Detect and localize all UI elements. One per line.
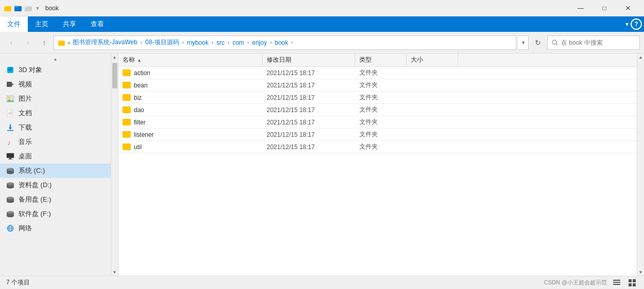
- file-scroll-up[interactable]: ▲: [637, 53, 645, 61]
- path-seg-7[interactable]: book: [275, 39, 288, 46]
- path-seg-6[interactable]: enjoy: [252, 39, 267, 46]
- sidebar-item-network[interactable]: 网络: [0, 221, 111, 236]
- title-folder-icon-3: [25, 4, 33, 12]
- up-button[interactable]: ↑: [37, 35, 51, 50]
- sidebar-scrollbar[interactable]: ▲ ▼: [111, 53, 118, 276]
- forward-button[interactable]: ›: [21, 35, 35, 50]
- file-area: 名称 ▲ 修改日期 类型 大小 action 2021/12/15 18:17 …: [118, 53, 637, 276]
- folder-icon: [123, 82, 131, 88]
- file-cell-date: 2021/12/15 18:17: [263, 131, 355, 138]
- svg-point-31: [7, 168, 14, 171]
- path-seg-1[interactable]: 图书管理系统-JavaWeb: [73, 38, 137, 47]
- sidebar-label-3d: 3D 对象: [19, 65, 42, 75]
- svg-rect-32: [8, 171, 10, 172]
- path-seg-3[interactable]: mybook: [187, 39, 208, 46]
- col-header-type[interactable]: 类型: [355, 53, 407, 66]
- col-header-date[interactable]: 修改日期: [263, 53, 355, 66]
- search-input[interactable]: [561, 39, 635, 46]
- sidebar-item-desktop[interactable]: 桌面: [0, 149, 111, 164]
- video-icon: [6, 80, 14, 88]
- address-bar: ‹ › ↑ « 图书管理系统-JavaWeb › 08-项目源码 › myboo…: [0, 32, 644, 53]
- sidebar-item-3d[interactable]: 3D 对象: [0, 63, 111, 77]
- menu-view[interactable]: 查看: [83, 16, 111, 32]
- file-area-scrollbar[interactable]: ▲ ▼: [637, 53, 644, 276]
- sidebar-item-pictures[interactable]: 图片: [0, 92, 111, 106]
- minimize-button[interactable]: —: [569, 0, 593, 16]
- sidebar-scroll-down[interactable]: ▼: [111, 268, 118, 276]
- file-cell-date: 2021/12/15 18:17: [263, 82, 355, 89]
- network-icon: [6, 224, 14, 232]
- file-cell-type: 文件夹: [355, 68, 407, 77]
- table-row[interactable]: listener 2021/12/15 18:17 文件夹: [118, 129, 637, 141]
- file-cell-type: 文件夹: [355, 105, 407, 114]
- menu-home[interactable]: 主页: [28, 16, 56, 32]
- svg-rect-7: [58, 40, 61, 42]
- title-controls[interactable]: — □ ✕: [569, 0, 640, 16]
- folder-icon: [123, 94, 131, 101]
- sidebar-label-pictures: 图片: [19, 94, 32, 103]
- svg-point-8: [552, 40, 556, 44]
- path-seg-2[interactable]: 08-项目源码: [145, 38, 179, 47]
- title-bar-icons: ▾: [4, 4, 40, 12]
- menu-file[interactable]: 文件: [0, 16, 28, 32]
- drive-f-icon: [6, 210, 14, 218]
- path-seg-5[interactable]: com: [233, 39, 245, 46]
- file-cell-type: 文件夹: [355, 81, 407, 89]
- menu-share[interactable]: 共享: [56, 16, 83, 32]
- sidebar-item-downloads[interactable]: 下载: [0, 120, 111, 135]
- search-box[interactable]: [547, 35, 640, 50]
- path-seg-4[interactable]: src: [216, 39, 224, 46]
- sidebar-label-documents: 文档: [19, 109, 32, 118]
- file-cell-name: filter: [118, 119, 263, 126]
- file-scroll-down[interactable]: ▼: [637, 268, 645, 276]
- table-row[interactable]: action 2021/12/15 18:17 文件夹: [118, 67, 637, 79]
- sidebar-item-backupe[interactable]: 备用盘 (E:): [0, 192, 111, 207]
- close-button[interactable]: ✕: [616, 0, 640, 16]
- file-cell-type: 文件夹: [355, 130, 407, 139]
- sidebar-label-network: 网络: [19, 224, 32, 233]
- scroll-up-arrow: ▲: [53, 57, 58, 62]
- table-row[interactable]: util 2021/12/15 18:17 文件夹: [118, 141, 637, 153]
- svg-point-35: [7, 183, 14, 185]
- svg-rect-28: [8, 159, 12, 159]
- file-cell-date: 2021/12/15 18:17: [263, 106, 355, 114]
- status-bar: 7 个项目 CSDN @小王超会超示范: [0, 276, 644, 289]
- path-folder-icon: [58, 39, 65, 46]
- sidebar-label-backupe: 备用盘 (E:): [19, 195, 51, 204]
- table-row[interactable]: bean 2021/12/15 18:17 文件夹: [118, 79, 637, 92]
- back-button[interactable]: ‹: [4, 35, 19, 50]
- file-cell-name: util: [118, 143, 263, 151]
- path-chevron-7: ›: [291, 40, 293, 45]
- help-button[interactable]: ?: [631, 19, 642, 30]
- sidebar-label-desktop: 桌面: [19, 152, 32, 161]
- col-header-size[interactable]: 大小: [407, 53, 458, 66]
- sidebar-scroll-up[interactable]: ▲: [111, 53, 118, 61]
- sidebar-item-music[interactable]: ♪ 音乐: [0, 135, 111, 149]
- maximize-button[interactable]: □: [593, 0, 616, 16]
- svg-rect-25: [7, 153, 14, 158]
- table-row[interactable]: filter 2021/12/15 18:17 文件夹: [118, 116, 637, 129]
- refresh-button[interactable]: ↻: [531, 35, 545, 50]
- sidebar-item-video[interactable]: 视频: [0, 77, 111, 92]
- sidebar-scroll-thumb[interactable]: [112, 63, 117, 88]
- image-icon: [6, 95, 14, 103]
- address-path[interactable]: « 图书管理系统-JavaWeb › 08-项目源码 › mybook › sr…: [54, 35, 516, 50]
- sidebar-item-documents[interactable]: 文档: [0, 106, 111, 120]
- sidebar-item-softf[interactable]: 软件盘 (F:): [0, 207, 111, 221]
- sidebar-item-systemc[interactable]: 系统 (C:): [0, 164, 111, 178]
- sidebar-item-datad[interactable]: 资料盘 (D:): [0, 178, 111, 192]
- download-icon: [6, 123, 14, 132]
- view-list-button[interactable]: [611, 278, 622, 288]
- svg-point-15: [8, 97, 10, 99]
- drive-c-icon: [6, 167, 14, 175]
- table-row[interactable]: biz 2021/12/15 18:17 文件夹: [118, 92, 637, 104]
- col-header-name[interactable]: 名称 ▲: [118, 53, 263, 66]
- view-grid-button[interactable]: [626, 278, 638, 288]
- table-row[interactable]: dao 2021/12/15 18:17 文件夹: [118, 104, 637, 116]
- music-icon: ♪: [6, 138, 14, 146]
- address-dropdown[interactable]: ▾: [518, 35, 529, 50]
- path-chevron-2: ›: [182, 40, 184, 45]
- svg-rect-5: [25, 6, 28, 7]
- path-chevron-6: ›: [270, 40, 271, 45]
- folder-icon: [123, 69, 131, 76]
